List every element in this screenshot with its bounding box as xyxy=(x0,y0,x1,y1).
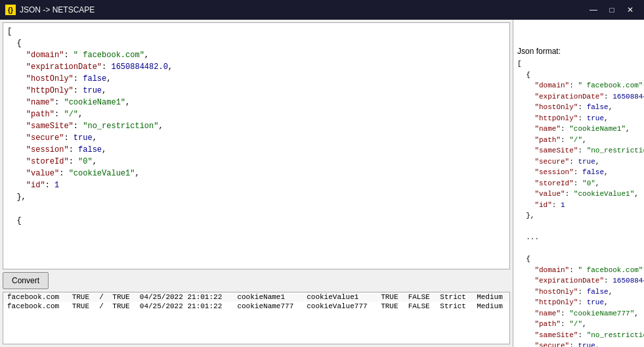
panel-label: Json format: xyxy=(517,45,640,57)
title-bar: {} JSON -> NETSCAPE — □ ✕ xyxy=(0,0,644,20)
convert-button[interactable]: Convert xyxy=(3,272,49,289)
main-content: [ { "domain": " facebook.com", "expirati… xyxy=(0,20,644,347)
results-table: facebook.comTRUE/TRUE04/25/2022 21:01:22… xyxy=(3,292,509,311)
maximize-button[interactable]: □ xyxy=(603,3,620,17)
minimize-button[interactable]: — xyxy=(585,3,602,17)
table-row: facebook.comTRUE/TRUE04/25/2022 21:01:22… xyxy=(3,302,509,311)
window-controls: — □ ✕ xyxy=(585,3,639,17)
table-area: facebook.comTRUE/TRUE04/25/2022 21:01:22… xyxy=(3,292,510,344)
app-icon-label: {} xyxy=(8,7,13,14)
right-panel: Json format:[ { "domain": " facebook.com… xyxy=(513,20,644,347)
close-button[interactable]: ✕ xyxy=(622,3,639,17)
app-icon: {} xyxy=(5,5,16,15)
left-panel: [ { "domain": " facebook.com", "expirati… xyxy=(0,20,513,347)
right-content: [ { "domain": " facebook.com", "expirati… xyxy=(517,60,644,347)
bracket-open: [ xyxy=(7,27,12,36)
json-editor[interactable]: [ { "domain": " facebook.com", "expirati… xyxy=(3,22,510,269)
table-row: facebook.comTRUE/TRUE04/25/2022 21:01:22… xyxy=(3,292,509,302)
app-title: JSON -> NETSCAPE xyxy=(20,5,95,14)
title-bar-left: {} JSON -> NETSCAPE xyxy=(5,5,95,15)
